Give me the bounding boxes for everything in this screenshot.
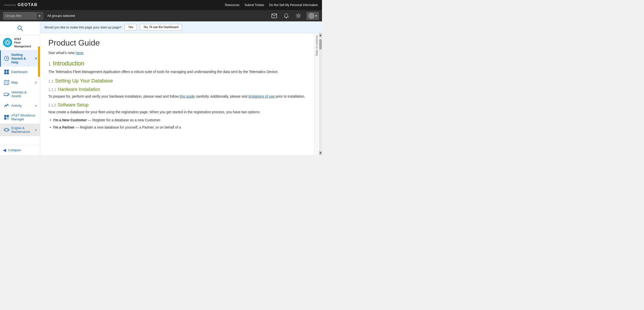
this-guide-link[interactable]: this guide: [180, 94, 195, 98]
svg-rect-31: [4, 129, 5, 131]
svg-rect-13: [7, 70, 9, 72]
collapse-arrow-icon: ◀: [3, 148, 6, 152]
all-groups-text: All groups selected: [47, 14, 75, 18]
search-icon[interactable]: [3, 24, 37, 32]
notification-bell-icon[interactable]: [282, 12, 290, 20]
toc-label[interactable]: Table of contents: [315, 35, 318, 56]
groups-filter-select[interactable]: Groups filter ▾: [3, 12, 43, 20]
submit-tickets-link[interactable]: Submit Tickets: [245, 3, 264, 7]
svg-rect-27: [7, 115, 9, 117]
groups-filter-label: Groups filter: [3, 14, 36, 18]
logo-text: GEOTAB: [18, 2, 43, 9]
svg-marker-16: [4, 80, 9, 85]
sidebar-item-vehicles[interactable]: Vehicles & Assets: [0, 88, 40, 100]
svg-text:?: ?: [6, 57, 8, 60]
engine-label: Engine & Maintenance: [11, 126, 33, 134]
startup-no-button[interactable]: No, I'll use the Dashboard: [140, 24, 182, 30]
sidebar-search: [0, 21, 40, 35]
getting-started-expand[interactable]: ∨: [35, 57, 37, 60]
limitations-link[interactable]: limitations of use: [249, 94, 275, 98]
section-1-1-title: Setting Up Your Database: [55, 78, 113, 84]
logo-area: Powered by GEOTAB: [4, 2, 43, 9]
svg-point-22: [7, 95, 8, 96]
settings-gear-icon[interactable]: [294, 12, 302, 20]
sidebar-brand: AT&T Fleet Management: [0, 35, 40, 50]
document-content: Product Guide See what's new here. 1 Int…: [40, 33, 314, 155]
svg-rect-15: [7, 72, 9, 74]
mail-icon[interactable]: [270, 12, 278, 20]
resources-link[interactable]: Resources: [225, 3, 239, 7]
section-1-header: 1 Introduction: [48, 60, 306, 67]
user-avatar: [308, 13, 314, 19]
svg-text:GEOTAB: GEOTAB: [18, 3, 37, 7]
scroll-track: [319, 37, 322, 151]
section-1-body: The Telematics Fleet Management Applicat…: [48, 69, 306, 74]
section-1-1-2-title: Software Setup: [58, 102, 89, 108]
svg-line-5: [21, 29, 23, 31]
svg-point-21: [5, 95, 6, 96]
startup-yes-button[interactable]: Yes: [125, 24, 137, 30]
scroll-down-button[interactable]: ▼: [319, 151, 322, 155]
top-bar-links: Resources Submit Tickets Do Not Sell My …: [225, 3, 318, 7]
svg-point-23: [5, 105, 6, 106]
sidebar-item-getting-started[interactable]: ? Getting Started & Help ∨: [0, 50, 40, 67]
sidebar-item-workforce[interactable]: AT&T Workforce Manager: [0, 111, 40, 124]
scroll-thumb[interactable]: [319, 39, 322, 49]
doc-title: Product Guide: [48, 38, 306, 48]
collapse-label: Collapse: [8, 148, 21, 152]
doc-list: I'm a New Customer — Register for a data…: [48, 117, 306, 130]
section-1-1-1-num: 1.1.1: [48, 88, 56, 92]
getting-started-icon: ?: [4, 56, 9, 61]
workforce-icon: [4, 114, 9, 120]
brand-icon: [3, 38, 12, 47]
getting-started-label: Getting Started & Help: [11, 53, 33, 64]
user-menu-button[interactable]: ▾: [306, 12, 319, 20]
svg-point-3: [297, 15, 299, 17]
scroll-up-button[interactable]: ▲: [319, 33, 322, 37]
svg-point-25: [7, 104, 8, 105]
svg-rect-32: [8, 129, 9, 131]
section-1-1-num: 1.1: [48, 79, 54, 83]
section-1-1-1-header: 1.1.1 Hardware Installation: [48, 87, 306, 92]
sidebar-item-activity[interactable]: Activity ∨: [0, 100, 40, 111]
activity-icon: [4, 103, 9, 108]
sidebar-collapse-button[interactable]: ◀ Collapse: [0, 145, 40, 155]
svg-rect-12: [4, 70, 6, 72]
sidebar-item-engine[interactable]: Engine & Maintenance ∧: [0, 124, 40, 136]
document-wrapper: Product Guide See what's new here. 1 Int…: [40, 33, 322, 155]
do-not-sell-link[interactable]: Do Not Sell My Personal Information: [269, 3, 318, 7]
here-link[interactable]: here: [76, 51, 83, 55]
sidebar-item-dashboard[interactable]: Dashboard: [0, 67, 40, 77]
section-1-1-1-body: To prepare for, perform and verify your …: [48, 94, 306, 99]
section-1-1-1-title: Hardware Installation: [58, 87, 100, 92]
map-icon: [4, 80, 9, 85]
svg-rect-20: [8, 94, 9, 95]
map-expand[interactable]: ∨: [35, 81, 37, 84]
sidebar-item-map[interactable]: Map ∨: [0, 77, 40, 88]
map-label: Map: [11, 81, 33, 84]
geotab-logo: Powered by GEOTAB: [4, 2, 43, 9]
svg-point-2: [286, 17, 287, 18]
user-dropdown-arrow: ▾: [315, 14, 317, 18]
svg-rect-29: [7, 118, 9, 120]
activity-label: Activity: [11, 104, 33, 107]
startup-question: Would you like to make this page your st…: [44, 25, 122, 29]
content-area: Would you like to make this page your st…: [40, 21, 322, 155]
activity-expand[interactable]: ∨: [35, 104, 37, 107]
engine-expand[interactable]: ∧: [35, 128, 37, 132]
list-item: I'm a New Customer — Register for a data…: [53, 117, 306, 123]
section-1-1-2-num: 1.1.2: [48, 103, 56, 107]
filter-bar-icons: ▾: [270, 12, 319, 20]
groups-filter-dropdown-arrow[interactable]: ▾: [36, 12, 43, 19]
section-1-num: 1: [48, 61, 51, 67]
sidebar-scroll-handle[interactable]: [38, 47, 40, 77]
dashboard-label: Dashboard: [11, 70, 37, 74]
list-item: I'm a Partner — Register a new database …: [53, 125, 306, 130]
nav-items: ? Getting Started & Help ∨ Dashboard: [0, 50, 40, 145]
top-bar: Powered by GEOTAB Resources Submit Ticke…: [0, 0, 322, 10]
vehicles-icon: [4, 91, 9, 97]
svg-rect-26: [4, 115, 6, 117]
section-1-1-header: 1.1 Setting Up Your Database: [48, 78, 306, 84]
right-scrollbar: ▲ ▼: [319, 33, 322, 155]
svg-rect-28: [4, 118, 6, 120]
